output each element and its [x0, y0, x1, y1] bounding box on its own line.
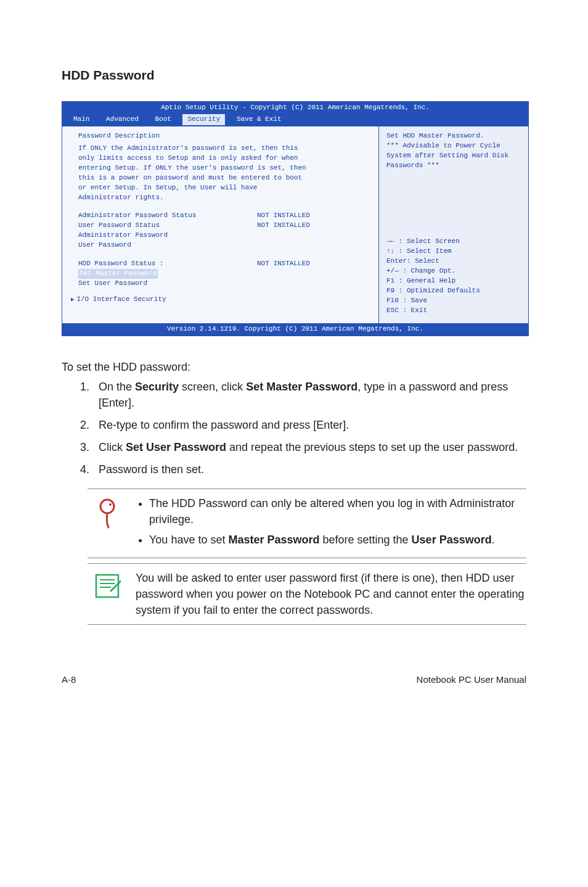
svg-point-0 [100, 500, 114, 513]
bios-help-key: +/— : Change Opt. [386, 266, 521, 276]
bios-set-user-password[interactable]: Set User Password [71, 279, 370, 289]
step-3: Click Set User Password and repeat the p… [92, 439, 526, 455]
step-1-bold-2: Set Master Password [246, 381, 357, 393]
note-icon [88, 570, 136, 618]
bios-tab-main[interactable]: Main [68, 114, 94, 125]
note-text: You will be asked to enter user password… [136, 570, 526, 618]
step-3-text: Click [99, 441, 126, 453]
tip-item-2: You have to set Master Password before s… [149, 532, 526, 548]
bios-right-pane: Set HDD Master Password. *** Advisable t… [379, 126, 528, 323]
bios-help-keys: →← : Select Screen ↑↓ : Select Item Ente… [386, 237, 521, 316]
bios-hdd-status-value: NOT INSTALLED [257, 259, 310, 269]
intro-text: To set the HDD password: [62, 361, 526, 374]
step-2: Re-type to confirm the password and pres… [92, 417, 526, 433]
bios-desc-body: If ONLY the Administrator's password is … [71, 144, 312, 203]
bios-user-status-value: NOT INSTALLED [257, 221, 310, 231]
step-3-bold: Set User Password [126, 441, 226, 453]
bios-left-pane: Password Description If ONLY the Adminis… [62, 126, 379, 323]
bios-admin-status-value: NOT INSTALLED [257, 211, 310, 221]
bios-io-interface-security[interactable]: I/O Interface Security [71, 295, 370, 305]
bios-help-key: ESC : Exit [386, 306, 521, 316]
bios-help-key: Enter: Select [386, 257, 521, 266]
bios-admin-password-link[interactable]: Administrator Password [71, 231, 370, 241]
tip-item-2-text: before setting the [320, 534, 412, 546]
svg-point-1 [109, 503, 112, 506]
tip-item-2-text: You have to set [149, 534, 228, 546]
step-1: On the Security screen, click Set Master… [92, 379, 526, 411]
bios-tabs: Main Advanced Boot Security Save & Exit [62, 114, 528, 126]
bios-help-key: F1 : General Help [386, 276, 521, 286]
step-1-bold-1: Security [135, 381, 179, 393]
step-3-text: and repeat the previous steps to set up … [226, 441, 518, 453]
step-4: Password is then set. [92, 461, 526, 477]
manual-title: Notebook PC User Manual [417, 674, 526, 685]
bios-help-key: F10 : Save [386, 296, 521, 306]
step-1-text: On the [99, 381, 135, 393]
bios-help-text-2: *** Advisable to Power Cycle System afte… [386, 141, 521, 171]
tip-block: The HDD Password can only be altered whe… [88, 489, 526, 558]
bios-titlebar: Aptio Setup Utility - Copyright (C) 2011… [62, 102, 528, 114]
bios-tab-advanced[interactable]: Advanced [101, 114, 144, 125]
bios-screenshot: Aptio Setup Utility - Copyright (C) 2011… [62, 101, 529, 336]
page-title: HDD Password [62, 68, 526, 83]
bios-tab-security[interactable]: Security [182, 114, 225, 125]
bios-hdd-status-label: HDD Password Status : [78, 259, 257, 269]
page-footer: A-8 Notebook PC User Manual [62, 674, 526, 685]
note-block: You will be asked to enter user password… [88, 563, 526, 625]
bios-desc-title: Password Description [71, 131, 370, 141]
bios-tab-save-exit[interactable]: Save & Exit [232, 114, 287, 125]
step-1-text: screen, click [179, 381, 246, 393]
steps-list: On the Security screen, click Set Master… [62, 379, 526, 477]
bios-user-status-label: User Password Status [78, 221, 257, 231]
tip-item-2-text: . [492, 534, 495, 546]
bios-help-key: F9 : Optimized Defaults [386, 286, 521, 296]
tip-icon [88, 495, 136, 551]
tip-item-1: The HDD Password can only be altered whe… [149, 495, 526, 527]
bios-set-master-password[interactable]: Set Master Password [78, 269, 158, 279]
bios-help-text-1: Set HDD Master Password. [386, 131, 521, 141]
tip-item-2-bold-1: Master Password [228, 534, 319, 546]
bios-footer: Version 2.14.1219. Copyright (C) 2011 Am… [62, 323, 528, 336]
bios-user-password-link[interactable]: User Password [71, 241, 370, 250]
bios-admin-status-label: Administrator Password Status [78, 211, 257, 221]
bios-tab-boot[interactable]: Boot [150, 114, 176, 125]
tip-item-2-bold-2: User Password [412, 534, 492, 546]
bios-help-key: ↑↓ : Select Item [386, 247, 521, 257]
bios-help-key: →← : Select Screen [386, 237, 521, 247]
page-number: A-8 [62, 674, 76, 685]
